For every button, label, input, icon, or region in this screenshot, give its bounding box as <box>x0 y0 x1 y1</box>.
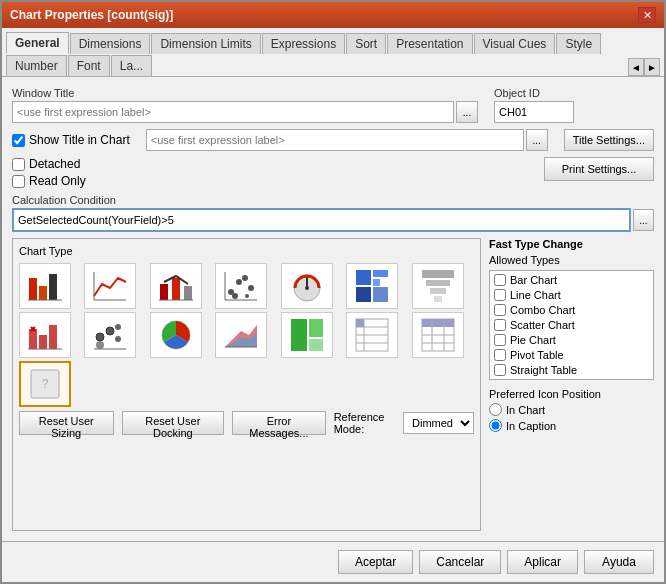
apply-button[interactable]: Aplicar <box>507 550 578 574</box>
calc-condition-input[interactable] <box>12 208 631 232</box>
chart-bottom-row: Reset User Sizing Reset User Docking Err… <box>19 411 474 435</box>
type-straight-checkbox[interactable] <box>494 364 506 376</box>
tab-dimensions[interactable]: Dimensions <box>70 33 151 54</box>
type-scatter-chart: Scatter Chart <box>492 318 651 332</box>
chart-treemap[interactable] <box>281 312 333 358</box>
show-title-checkbox[interactable] <box>12 134 25 147</box>
type-pie-label: Pie Chart <box>510 334 556 346</box>
object-id-input[interactable] <box>494 101 574 123</box>
window-title-input-row: ... <box>12 101 478 123</box>
chart-combo[interactable] <box>150 263 202 309</box>
reference-mode-label: Reference Mode: <box>334 411 397 435</box>
svg-rect-29 <box>29 329 37 349</box>
type-line-label: Line Chart <box>510 289 561 301</box>
chart-funnel[interactable] <box>412 263 464 309</box>
svg-point-12 <box>232 293 238 299</box>
error-messages-button[interactable]: Error Messages... <box>232 411 326 435</box>
type-bar-chart: Bar Chart <box>492 273 651 287</box>
tab-sort[interactable]: Sort <box>346 33 386 54</box>
svg-rect-28 <box>434 296 442 302</box>
print-settings-group: Print Settings... <box>544 157 654 181</box>
calc-condition-browse-btn[interactable]: ... <box>633 209 654 231</box>
help-button[interactable]: Ayuda <box>584 550 654 574</box>
detached-checkbox[interactable] <box>12 158 25 171</box>
chart-bar[interactable] <box>19 263 71 309</box>
title-settings-button[interactable]: Title Settings... <box>564 129 654 151</box>
readonly-checkbox[interactable] <box>12 175 25 188</box>
svg-rect-47 <box>309 339 323 351</box>
type-pivot-label: Pivot Table <box>510 349 564 361</box>
print-settings-button[interactable]: Print Settings... <box>544 157 654 181</box>
window-title-label: Window Title <box>12 87 478 99</box>
chart-pie[interactable] <box>150 312 202 358</box>
window-title-group: Window Title ... <box>12 87 478 123</box>
svg-rect-0 <box>29 278 37 300</box>
chart-scatter[interactable] <box>215 263 267 309</box>
type-pivot-checkbox[interactable] <box>494 349 506 361</box>
in-caption-label: In Caption <box>506 420 556 432</box>
chart-gauge[interactable] <box>281 263 333 309</box>
show-title-checkbox-row: Show Title in Chart <box>12 133 130 147</box>
tab-visual-cues[interactable]: Visual Cues <box>474 33 556 54</box>
tab-nav: ◄ ► <box>628 58 660 76</box>
footer: Aceptar Cancelar Aplicar Ayuda <box>2 541 664 582</box>
svg-rect-30 <box>39 335 47 349</box>
tab-style[interactable]: Style <box>556 33 601 54</box>
svg-point-19 <box>305 286 309 290</box>
tab-presentation[interactable]: Presentation <box>387 33 472 54</box>
show-title-browse-btn[interactable]: ... <box>526 129 548 151</box>
tab-general[interactable]: General <box>6 32 69 54</box>
detached-label: Detached <box>29 157 80 171</box>
tab-font[interactable]: Font <box>68 55 110 76</box>
reset-docking-button[interactable]: Reset User Docking <box>122 411 225 435</box>
cancel-button[interactable]: Cancelar <box>419 550 501 574</box>
title-bar: Chart Properties [count(sig)] ✕ <box>2 2 664 28</box>
reference-mode-group: Reference Mode: Dimmed Normal Hidden <box>334 411 474 435</box>
chart-selected-empty[interactable]: ? <box>19 361 71 407</box>
window-title-browse-btn[interactable]: ... <box>456 101 478 123</box>
svg-rect-55 <box>422 319 454 327</box>
window-title-input[interactable] <box>12 101 454 123</box>
svg-rect-6 <box>160 284 168 300</box>
chart-error[interactable] <box>19 312 71 358</box>
chart-line[interactable] <box>84 263 136 309</box>
fast-type-title: Fast Type Change <box>489 238 654 250</box>
tab-scroll-right[interactable]: ► <box>644 58 660 76</box>
chart-straight[interactable] <box>412 312 464 358</box>
type-straight-label: Straight Table <box>510 364 577 376</box>
type-scatter-label: Scatter Chart <box>510 319 575 331</box>
svg-rect-22 <box>373 279 380 286</box>
svg-point-37 <box>96 341 104 349</box>
show-title-input[interactable] <box>146 129 524 151</box>
calc-condition-input-row: ... <box>12 208 654 232</box>
accept-button[interactable]: Aceptar <box>338 550 413 574</box>
tab-number[interactable]: Number <box>6 55 67 76</box>
chart-dot[interactable] <box>84 312 136 358</box>
svg-rect-27 <box>430 288 446 294</box>
object-id-label: Object ID <box>494 87 654 99</box>
in-caption-radio[interactable] <box>489 419 502 432</box>
type-scatter-checkbox[interactable] <box>494 319 506 331</box>
type-combo-checkbox[interactable] <box>494 304 506 316</box>
type-pie-chart: Pie Chart <box>492 333 651 347</box>
allowed-types-title: Allowed Types <box>489 254 654 266</box>
tab-expressions[interactable]: Expressions <box>262 33 345 54</box>
chart-pivot[interactable] <box>346 312 398 358</box>
in-chart-radio[interactable] <box>489 403 502 416</box>
tab-la[interactable]: La... <box>111 55 152 76</box>
content-area: Window Title ... Object ID Show Title in… <box>2 77 664 541</box>
type-pivot-table: Pivot Table <box>492 348 651 362</box>
tab-scroll-left[interactable]: ◄ <box>628 58 644 76</box>
close-button[interactable]: ✕ <box>638 7 656 23</box>
type-pie-checkbox[interactable] <box>494 334 506 346</box>
chart-block[interactable] <box>346 263 398 309</box>
top-row: Window Title ... Object ID <box>12 87 654 123</box>
reference-mode-select[interactable]: Dimmed Normal Hidden <box>403 412 474 434</box>
tab-dimension-limits[interactable]: Dimension Limits <box>151 33 260 54</box>
type-combo-label: Combo Chart <box>510 304 575 316</box>
type-bar-checkbox[interactable] <box>494 274 506 286</box>
chart-area[interactable] <box>215 312 267 358</box>
svg-point-15 <box>245 294 249 298</box>
reset-sizing-button[interactable]: Reset User Sizing <box>19 411 114 435</box>
type-line-checkbox[interactable] <box>494 289 506 301</box>
